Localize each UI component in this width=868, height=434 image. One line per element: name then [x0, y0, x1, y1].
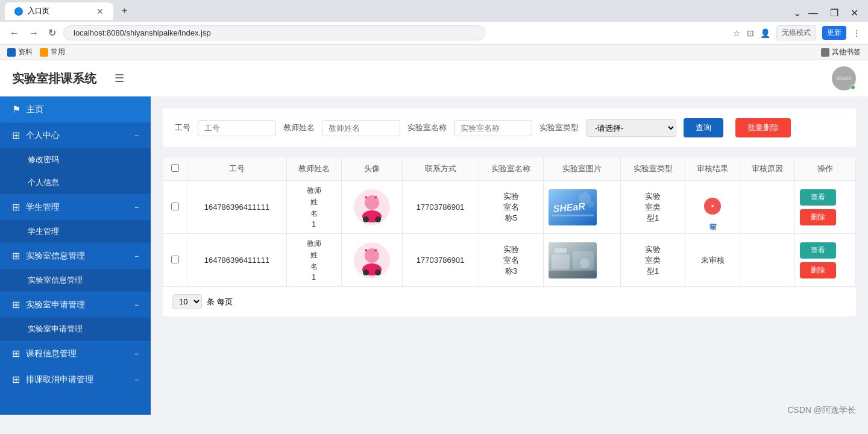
wugan-button[interactable]: 无痕模式: [776, 25, 816, 40]
th-avatar: 头像: [341, 157, 402, 181]
labtype-2b: 室类: [645, 255, 661, 266]
th-contact: 联系方式: [402, 157, 479, 181]
star-icon[interactable]: ☆: [733, 28, 741, 38]
sidebar-label-student-mgmt: 学生管理: [28, 227, 59, 236]
sidebar-item-labapply[interactable]: ⊞ 实验室申请管理 −: [0, 292, 151, 318]
sidebar-label-student: 学生管理: [26, 202, 60, 213]
sidebar-item-personal[interactable]: ⊞ 个人中心 −: [0, 122, 151, 148]
browser-tab-active[interactable]: 🌐 入口页 ✕: [5, 2, 113, 20]
td-contact-1: 17703786901: [402, 181, 479, 234]
bookmark-other[interactable]: 其他书签: [821, 47, 861, 57]
filter-select-labtype[interactable]: -请选择-: [586, 119, 676, 137]
forward-button[interactable]: →: [27, 27, 41, 40]
td-review-reason-1: [740, 181, 795, 234]
filter-input-teacher[interactable]: [322, 120, 400, 136]
td-action-2: 查看 删除: [794, 234, 855, 287]
update-button[interactable]: 更新: [822, 26, 846, 40]
cancel-apply-icon: ⊞: [12, 374, 20, 385]
student-icon: ⊞: [12, 201, 20, 213]
address-bar-row: ← → ↻ localhost:8080/shiyanshipaike/inde…: [0, 22, 868, 45]
view-button-1[interactable]: 查看: [800, 189, 836, 206]
refresh-button[interactable]: ↻: [46, 26, 58, 40]
td-gonghao-1: 164786396411111: [187, 181, 287, 234]
td-gonghao-2: 164786396411111: [187, 234, 287, 287]
tab-label: 入口页: [28, 6, 49, 16]
view-button-2[interactable]: 查看: [800, 242, 836, 259]
labname-2c: 称3: [505, 266, 517, 277]
sidebar-item-home[interactable]: ⚑ 主页: [0, 96, 151, 122]
teacher-name-label-1: 教师: [307, 186, 321, 196]
td-review-reason-2: [740, 234, 795, 287]
sidebar-label-change-pwd: 修改密码: [28, 155, 59, 164]
address-input[interactable]: localhost:8080/shiyanshipaike/index.jsp: [63, 25, 485, 40]
labapply-icon: ⊞: [12, 299, 20, 310]
table-row: 164786396411111 教师 姓 名 1: [163, 234, 856, 287]
delete-button-1[interactable]: 删除: [800, 209, 836, 225]
th-labtype: 实验室类型: [620, 157, 685, 181]
svg-rect-24: [552, 254, 570, 269]
teacher-name-val-2: 名: [310, 209, 318, 219]
filter-input-gonghao[interactable]: [198, 120, 276, 136]
back-button[interactable]: ←: [7, 27, 22, 40]
sidebar-label-labinfo-mgmt: 实验室信息管理: [28, 275, 83, 285]
td-avatar-1: ♥ ♥: [341, 181, 402, 234]
home-icon: ⚑: [12, 104, 20, 115]
profile-icon[interactable]: 👤: [760, 28, 770, 38]
minimize-button[interactable]: —: [804, 7, 823, 20]
delete-button-2[interactable]: 删除: [800, 262, 836, 278]
select-all-checkbox[interactable]: [171, 164, 179, 172]
avatar[interactable]: 80x80: [832, 66, 856, 90]
review-dot-1: ●: [711, 203, 714, 209]
svg-point-27: [580, 259, 590, 268]
td-labtype-2: 实验 室类 型1: [620, 234, 685, 287]
labtype-2c: 型1: [647, 266, 659, 277]
svg-point-22: [375, 269, 381, 275]
svg-text:♥: ♥: [374, 248, 377, 253]
close-window-button[interactable]: ✕: [846, 6, 863, 20]
filter-input-labname[interactable]: [454, 120, 532, 136]
row1-checkbox[interactable]: [171, 203, 179, 210]
td-labname-2: 实验 室名 称3: [479, 234, 544, 287]
sidebar-subitem-change-pwd[interactable]: 修改密码: [0, 148, 151, 171]
td-avatar-2: ♥ ♥: [341, 234, 402, 287]
sidebar-subitem-labapply-mgmt[interactable]: 实验室申请管理: [0, 318, 151, 341]
filter-label-labtype: 实验室类型: [539, 122, 579, 133]
svg-text:♥: ♥: [365, 248, 368, 253]
td-labtype-1: 实验 室类 型1: [620, 181, 685, 234]
menu-icon[interactable]: ⋮: [852, 28, 861, 38]
sidebar-subitem-student-mgmt[interactable]: 学生管理: [0, 220, 151, 243]
sidebar-label-personal-info: 个人信息: [28, 178, 59, 187]
row2-checkbox[interactable]: [171, 256, 179, 263]
labname-1b: 室名: [503, 202, 519, 213]
per-page-select[interactable]: 10 20 50: [172, 294, 202, 309]
bookmark-ziliao[interactable]: 资料: [7, 47, 33, 57]
lab-img-1: SHEaR: [549, 189, 597, 225]
bookmark-changyong[interactable]: 常用: [40, 47, 65, 57]
labname-1a: 实验: [503, 191, 519, 202]
maximize-button[interactable]: ❐: [825, 6, 843, 20]
sidebar-subitem-labinfo-mgmt[interactable]: 实验室信息管理: [0, 269, 151, 292]
labtype-2a: 实验: [645, 244, 661, 255]
batch-delete-button[interactable]: 批量删除: [735, 118, 791, 137]
app-body: ⚑ 主页 ⊞ 个人中心 − 修改密码 个人信息 ⊞ 学生管理 − 学生管: [0, 96, 868, 415]
query-button[interactable]: 查询: [684, 118, 723, 137]
tab-close-btn[interactable]: ✕: [96, 7, 104, 16]
bookmark-label-ziliao: 资料: [18, 47, 33, 57]
browser-window-controls: ⌄ — ❐ ✕: [793, 6, 863, 20]
labtype-1c: 型1: [647, 213, 659, 224]
th-labimg: 实验室图片: [544, 157, 620, 181]
screenshot-icon[interactable]: ⊡: [747, 28, 754, 38]
labinfo-icon: ⊞: [12, 250, 20, 262]
sidebar-item-cancel-apply[interactable]: ⊞ 排课取消申请管理 −: [0, 366, 151, 392]
avatar-img-1: ♥ ♥: [354, 189, 390, 225]
sidebar-item-courseinfo[interactable]: ⊞ 课程信息管理 −: [0, 341, 151, 366]
sidebar-item-labinfo[interactable]: ⊞ 实验室信息管理 −: [0, 243, 151, 269]
svg-point-7: [363, 216, 369, 222]
new-tab-button[interactable]: +: [116, 2, 133, 20]
sidebar-subitem-personal-info[interactable]: 个人信息: [0, 171, 151, 194]
bookmark-label-changyong: 常用: [51, 47, 65, 57]
th-gonghao: 工号: [187, 157, 287, 181]
courseinfo-arrow: −: [134, 350, 139, 358]
sidebar-item-student[interactable]: ⊞ 学生管理 −: [0, 194, 151, 220]
menu-toggle-icon[interactable]: ☰: [115, 72, 124, 85]
